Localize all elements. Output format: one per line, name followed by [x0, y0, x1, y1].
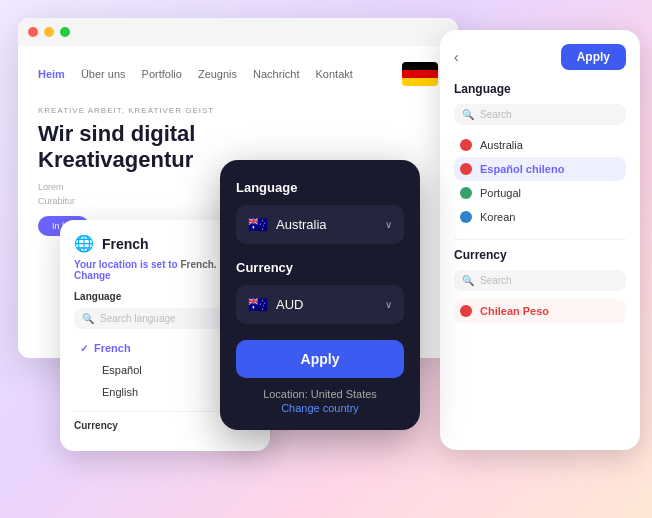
right-search-icon: 🔍 [462, 109, 474, 120]
right-lang-portugal-label: Portugal [480, 187, 521, 199]
right-lang-portugal[interactable]: Portugal [454, 181, 626, 205]
dark-currency-label: Currency [236, 260, 404, 275]
chevron-down-icon-2: ∨ [385, 299, 392, 310]
maximize-dot [60, 27, 70, 37]
dark-language-dropdown-left: 🇦🇺 Australia [248, 215, 327, 234]
french-lang-label: French [94, 342, 131, 354]
hero-label: KREATIVE ARBEIT, KREATIVER GEIST [38, 106, 438, 115]
right-currency-search[interactable]: 🔍 Search [454, 270, 626, 291]
french-subtitle-prefix: Your location is set to [74, 259, 178, 270]
french-change-link[interactable]: Change [74, 270, 111, 281]
globe-icon: 🌐 [74, 234, 94, 253]
english-label: English [102, 386, 138, 398]
dot-flag-blue [460, 211, 472, 223]
dot-flag-red [460, 139, 472, 151]
right-currency-section: Currency 🔍 Search Chilean Peso [454, 239, 626, 323]
nav-item-heim[interactable]: Heim [38, 68, 65, 80]
dark-language-label: Language [236, 180, 404, 195]
nav-item-uber[interactable]: Über uns [81, 68, 126, 80]
dark-language-value: Australia [276, 217, 327, 232]
right-lang-espanol-chileno[interactable]: Español chileno [454, 157, 626, 181]
nav-item-zeugnis[interactable]: Zeugnis [198, 68, 237, 80]
espanol-label: Español [102, 364, 142, 376]
french-search-placeholder: Search language [100, 313, 176, 324]
dot-flag-green [460, 187, 472, 199]
minimize-dot [44, 27, 54, 37]
right-currency-search-placeholder: Search [480, 275, 512, 286]
right-language-panel: ‹ Apply Language 🔍 Search Australia Espa… [440, 30, 640, 450]
au-flag-icon: 🇦🇺 [248, 215, 268, 234]
dark-change-country-link[interactable]: Change country [236, 402, 404, 414]
check-icon: ✓ [80, 343, 88, 354]
dark-language-panel: Language 🇦🇺 Australia ∨ Currency 🇦🇺 AUD … [220, 160, 420, 430]
right-search-placeholder: Search [480, 109, 512, 120]
nav-item-nachricht[interactable]: Nachricht [253, 68, 299, 80]
dark-language-dropdown[interactable]: 🇦🇺 Australia ∨ [236, 205, 404, 244]
french-title: French [102, 236, 149, 252]
french-subtitle-bold: French. [181, 259, 217, 270]
dark-location-label: Location: United States [236, 388, 404, 400]
dot-flag-red-2 [460, 163, 472, 175]
dot-flag-red-3 [460, 305, 472, 317]
nav-item-portfolio[interactable]: Portfolio [142, 68, 182, 80]
right-lang-espanol-label: Español chileno [480, 163, 564, 175]
close-dot [28, 27, 38, 37]
chevron-down-icon: ∨ [385, 219, 392, 230]
right-lang-korean-label: Korean [480, 211, 515, 223]
dark-apply-button[interactable]: Apply [236, 340, 404, 378]
right-currency-search-icon: 🔍 [462, 275, 474, 286]
right-apply-button[interactable]: Apply [561, 44, 626, 70]
french-search-icon: 🔍 [82, 313, 94, 324]
right-lang-korean[interactable]: Korean [454, 205, 626, 229]
nav-item-kontakt[interactable]: Kontakt [316, 68, 353, 80]
right-lang-australia-label: Australia [480, 139, 523, 151]
browser-nav: Heim Über uns Portfolio Zeugnis Nachrich… [38, 62, 438, 86]
dark-currency-value: AUD [276, 297, 303, 312]
right-panel-header: ‹ Apply [454, 44, 626, 70]
dark-currency-dropdown-left: 🇦🇺 AUD [248, 295, 303, 314]
right-language-label: Language [454, 82, 626, 96]
hero-title-line1: Wir sind digital [38, 121, 438, 147]
right-language-search[interactable]: 🔍 Search [454, 104, 626, 125]
flag-germany [402, 62, 438, 86]
dark-currency-dropdown[interactable]: 🇦🇺 AUD ∨ [236, 285, 404, 324]
right-currency-label: Currency [454, 248, 626, 262]
right-currency-chilean-peso[interactable]: Chilean Peso [454, 299, 626, 323]
aud-flag-icon: 🇦🇺 [248, 295, 268, 314]
right-lang-australia[interactable]: Australia [454, 133, 626, 157]
back-icon[interactable]: ‹ [454, 49, 459, 65]
right-currency-peso-label: Chilean Peso [480, 305, 549, 317]
browser-titlebar [18, 18, 458, 46]
